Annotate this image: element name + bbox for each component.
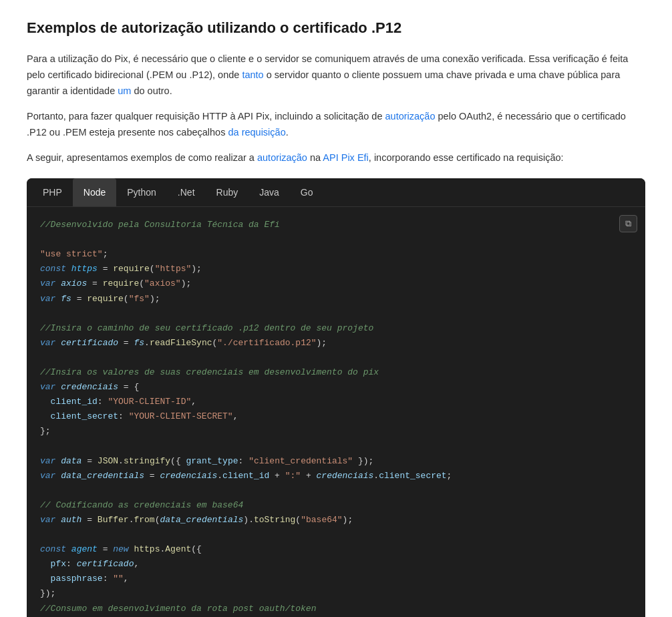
tab-python[interactable]: Python [116,178,167,206]
tab-ruby[interactable]: Ruby [206,178,249,206]
intro-paragraph-1: Para a utilização do Pix, é necessário q… [27,51,645,99]
code-block: PHP Node Python .Net Ruby Java Go ⧉ //De… [27,178,645,617]
copy-button[interactable]: ⧉ [619,215,637,232]
intro-paragraph-2: Portanto, para fazer qualquer requisição… [27,109,645,141]
code-content: //Desenvolvido pela Consultoria Técnica … [40,218,632,617]
tab-node[interactable]: Node [73,178,116,206]
tab-dotnet[interactable]: .Net [167,178,206,206]
tab-php[interactable]: PHP [32,178,73,206]
tab-go[interactable]: Go [290,178,324,206]
page-title: Exemplos de autorização utilizando o cer… [27,16,645,39]
intro-paragraph-3: A seguir, apresentamos exemplos de como … [27,150,645,166]
tab-java[interactable]: Java [248,178,290,206]
code-area: ⧉ //Desenvolvido pela Consultoria Técnic… [27,207,645,617]
language-tabs: PHP Node Python .Net Ruby Java Go [27,178,645,207]
